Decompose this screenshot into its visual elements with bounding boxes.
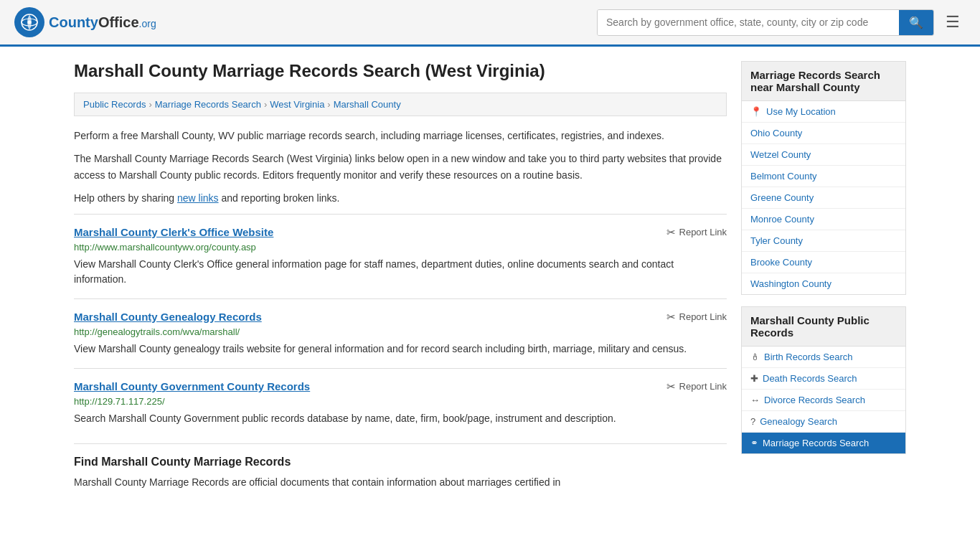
sidebar-link-ohio[interactable]: Ohio County <box>750 128 802 138</box>
divorce-icon: ↔ <box>750 395 760 405</box>
sidebar-link-divorce[interactable]: Divorce Records Search <box>764 395 865 405</box>
sidebar-item-brooke[interactable]: Brooke County <box>742 252 905 273</box>
result-title-1[interactable]: Marshall County Clerk's Office Website <box>74 226 273 238</box>
sidebar-link-brooke[interactable]: Brooke County <box>750 257 812 268</box>
sidebar-link-greene[interactable]: Greene County <box>750 192 814 203</box>
breadcrumb-public-records[interactable]: Public Records <box>83 99 146 110</box>
result-header-3: Marshall County Government County Record… <box>74 380 727 393</box>
sidebar-records-section: Marshall County Public Records 🕯 Birth R… <box>741 306 906 454</box>
report-link-2[interactable]: ✂ Report Link <box>666 311 727 324</box>
sidebar-item-belmont[interactable]: Belmont County <box>742 166 905 187</box>
breadcrumb-marriage-records[interactable]: Marriage Records Search <box>155 99 261 110</box>
new-links[interactable]: new links <box>177 192 219 204</box>
result-url-2[interactable]: http://genealogytrails.com/wva/marshall/ <box>74 326 727 337</box>
page-title: Marshall County Marriage Records Search … <box>74 61 727 81</box>
result-desc-2: View Marshall County genealogy trails we… <box>74 342 727 357</box>
find-title: Find Marshall County Marriage Records <box>74 456 727 468</box>
sidebar-item-washington[interactable]: Washington County <box>742 273 905 294</box>
sidebar-item-greene[interactable]: Greene County <box>742 187 905 209</box>
genealogy-icon: ? <box>750 416 755 427</box>
logo-icon <box>14 7 44 37</box>
result-item-1: Marshall County Clerk's Office Website ✂… <box>74 214 727 298</box>
result-item-2: Marshall County Genealogy Records ✂ Repo… <box>74 298 727 368</box>
report-link-1[interactable]: ✂ Report Link <box>666 226 727 239</box>
sidebar-item-monroe[interactable]: Monroe County <box>742 209 905 230</box>
report-link-3[interactable]: ✂ Report Link <box>666 380 727 393</box>
sidebar-item-death[interactable]: ✚ Death Records Search <box>742 368 905 390</box>
location-icon: 📍 <box>750 106 762 117</box>
logo[interactable]: CountyOffice.org <box>14 7 156 37</box>
content-area: Marshall County Marriage Records Search … <box>74 61 727 490</box>
breadcrumb-west-virginia[interactable]: West Virginia <box>270 99 324 110</box>
result-title-3[interactable]: Marshall County Government County Record… <box>74 380 310 392</box>
sidebar-item-birth[interactable]: 🕯 Birth Records Search <box>742 347 905 368</box>
sidebar-link-death[interactable]: Death Records Search <box>763 373 857 384</box>
description-3: Help others by sharing new links and rep… <box>74 190 727 206</box>
sidebar-link-birth[interactable]: Birth Records Search <box>764 352 853 362</box>
breadcrumb-marshall-county[interactable]: Marshall County <box>334 99 401 110</box>
result-header-1: Marshall County Clerk's Office Website ✂… <box>74 226 727 239</box>
svg-point-3 <box>28 21 32 24</box>
sidebar-link-wetzel[interactable]: Wetzel County <box>750 149 811 160</box>
sidebar-records-header: Marshall County Public Records <box>741 306 906 347</box>
breadcrumb: Public Records › Marriage Records Search… <box>74 93 727 116</box>
sidebar-link-monroe[interactable]: Monroe County <box>750 214 814 225</box>
search-button[interactable]: 🔍 <box>899 10 933 35</box>
sidebar-item-ohio[interactable]: Ohio County <box>742 123 905 144</box>
sidebar-link-belmont[interactable]: Belmont County <box>750 171 817 182</box>
death-icon: ✚ <box>750 373 758 384</box>
main-container: Marshall County Marriage Records Search … <box>60 47 920 504</box>
search-box: 🔍 <box>597 9 934 36</box>
logo-text: CountyOffice.org <box>49 14 156 31</box>
result-title-2[interactable]: Marshall County Genealogy Records <box>74 311 262 323</box>
header: CountyOffice.org 🔍 ☰ <box>0 0 980 47</box>
sidebar-link-marriage[interactable]: Marriage Records Search <box>763 438 869 448</box>
report-icon-1: ✂ <box>666 226 676 239</box>
sidebar-item-divorce[interactable]: ↔ Divorce Records Search <box>742 390 905 411</box>
sidebar-item-wetzel[interactable]: Wetzel County <box>742 144 905 166</box>
breadcrumb-sep-2: › <box>264 99 267 110</box>
sidebar-link-use-location[interactable]: Use My Location <box>766 106 836 117</box>
sidebar-link-tyler[interactable]: Tyler County <box>750 235 803 246</box>
sidebar-nearby-list: 📍 Use My Location Ohio County Wetzel Cou… <box>741 101 906 295</box>
sidebar-item-location[interactable]: 📍 Use My Location <box>742 101 905 123</box>
find-desc: Marshall County Marriage Records are off… <box>74 474 727 490</box>
search-area: 🔍 ☰ <box>597 9 966 36</box>
result-url-3[interactable]: http://129.71.117.225/ <box>74 396 727 407</box>
marriage-icon: ⚭ <box>750 438 758 448</box>
sidebar-records-list: 🕯 Birth Records Search ✚ Death Records S… <box>741 347 906 454</box>
result-header-2: Marshall County Genealogy Records ✂ Repo… <box>74 311 727 324</box>
result-desc-1: View Marshall County Clerk's Office gene… <box>74 257 727 287</box>
breadcrumb-sep-3: › <box>327 99 330 110</box>
sidebar: Marriage Records Search near Marshall Co… <box>741 61 906 490</box>
result-item-3: Marshall County Government County Record… <box>74 368 727 438</box>
sidebar-item-genealogy[interactable]: ? Genealogy Search <box>742 411 905 433</box>
sidebar-nearby-section: Marriage Records Search near Marshall Co… <box>741 61 906 295</box>
menu-button[interactable]: ☰ <box>940 10 966 34</box>
sidebar-item-marriage[interactable]: ⚭ Marriage Records Search <box>742 433 905 453</box>
report-icon-2: ✂ <box>666 311 676 324</box>
report-icon-3: ✂ <box>666 380 676 393</box>
sidebar-item-tyler[interactable]: Tyler County <box>742 230 905 252</box>
result-desc-3: Search Marshall County Government public… <box>74 411 727 426</box>
sidebar-link-washington[interactable]: Washington County <box>750 278 831 289</box>
description-1: Perform a free Marshall County, WV publi… <box>74 128 727 143</box>
result-url-1[interactable]: http://www.marshallcountywv.org/county.a… <box>74 242 727 253</box>
sidebar-nearby-header: Marriage Records Search near Marshall Co… <box>741 61 906 101</box>
birth-icon: 🕯 <box>750 352 760 362</box>
find-section: Find Marshall County Marriage Records Ma… <box>74 443 727 490</box>
description-2: The Marshall County Marriage Records Sea… <box>74 151 727 183</box>
breadcrumb-sep-1: › <box>149 99 151 110</box>
search-input[interactable] <box>598 10 899 35</box>
sidebar-link-genealogy[interactable]: Genealogy Search <box>760 416 837 427</box>
